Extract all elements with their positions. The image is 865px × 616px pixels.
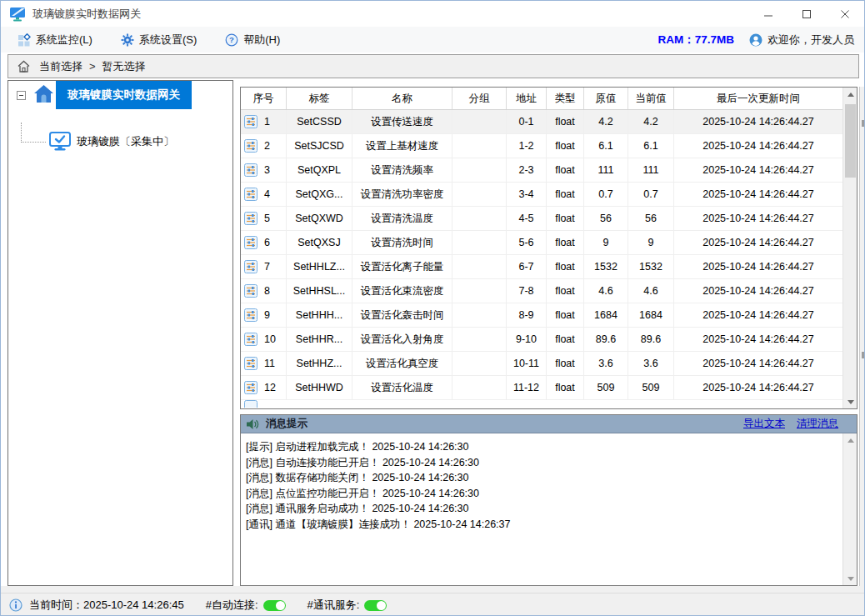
home-icon[interactable] [17,59,31,73]
cell-tag: SetHHR... [287,328,352,351]
table-row[interactable]: 6 SetQXSJ 设置清洗时间 5-6 float 9 9 2025-10-2… [241,231,842,255]
point-icon [244,115,258,128]
column-header[interactable]: 名称 [352,88,452,109]
cell-tag: SetQXSJ [287,231,352,254]
cell-address: 10-11 [507,352,547,375]
table-scrollbar[interactable] [842,88,857,408]
cell-update-time: 2025-10-24 14:26:44.27 [674,352,842,375]
breadcrumb: 当前选择 > 暂无选择 [8,54,859,78]
cell-current-value: 509 [628,376,674,399]
row-number: 5 [264,213,270,224]
cell-group [452,352,507,375]
breadcrumb-current: 暂无选择 [102,59,146,74]
cell-tag: SetQXG... [287,183,352,206]
tree-collapse-toggle[interactable] [17,91,26,100]
menu-system-settings[interactable]: 系统设置(S) [116,30,202,50]
scroll-down-icon[interactable] [843,572,858,585]
scrollbar-thumb[interactable] [845,104,856,178]
table-row[interactable]: 1 SetCSSD 设置传送速度 0-1 float 4.2 4.2 2025-… [241,110,842,134]
cell-current-value: 3.6 [628,352,674,375]
cell-original-value: 0.7 [584,183,628,206]
cell-update-time: 2025-10-24 14:26:44.27 [674,158,842,182]
close-icon [840,9,850,19]
table-row[interactable]: 12 SetHHWD 设置活化温度 11-12 float 509 509 20… [241,376,842,400]
scroll-down-icon[interactable] [843,395,858,408]
cell-current-value: 4.6 [628,279,674,303]
column-header[interactable]: 标签 [287,88,352,109]
cell-current-value: 9 [628,231,674,254]
cell-name: 设置活化束流密度 [352,279,452,303]
cell-group [452,158,507,182]
table-row[interactable]: 2 SetSJCSD 设置上基材速度 1-2 float 6.1 6.1 202… [241,134,842,158]
clear-messages-link[interactable]: 清理消息 [797,417,838,431]
cell-current-value: 56 [628,207,674,230]
cell-current-value: 0.7 [628,183,674,206]
menu-label: 系统监控(L) [36,33,92,48]
point-icon [244,308,258,322]
user-icon [749,33,762,47]
cell-address: 3-4 [507,183,547,206]
cell-original-value: 56 [584,207,628,230]
row-number: 2 [264,140,270,152]
gear-icon [121,33,134,47]
table-row[interactable]: 5 SetQXWD 设置清洗温度 4-5 float 56 56 2025-10… [241,207,842,231]
row-number: 11 [264,358,275,369]
close-button[interactable] [826,1,864,27]
maximize-icon [802,9,812,19]
cell-group [452,183,507,206]
menu-system-monitor[interactable]: 系统监控(L) [12,30,98,50]
table-row[interactable]: 11 SetHHZ... 设置活化真空度 10-11 float 3.6 3.6… [241,352,842,376]
cell-name: 设置活化离子能量 [352,255,452,278]
cell-type: float [547,376,584,399]
cell-name: 设置活化轰击时间 [352,303,452,327]
message-scrollbar[interactable] [842,433,857,585]
cell-name: 设置清洗频率 [352,158,452,182]
cell-address: 8-9 [507,303,547,327]
cell-update-time: 2025-10-24 14:26:44.27 [674,134,842,158]
message-panel: 消息提示 导出文本 清理消息 [提示] 启动进程加载完成！ 2025-10-24… [240,414,858,586]
column-header[interactable]: 类型 [547,88,584,109]
comm-service-toggle[interactable] [364,600,387,611]
right-edge-strip [859,87,865,586]
column-header[interactable]: 地址 [507,88,547,109]
message-line: [消息] 自动连接功能已开启！ 2025-10-24 14:26:30 [246,455,842,471]
monitor-grid-icon [18,33,31,47]
minimize-button[interactable] [749,1,788,27]
message-line: [通讯] 通道【玻璃镀膜】连接成功！ 2025-10-24 14:26:37 [246,517,842,533]
cell-update-time: 2025-10-24 14:26:44.27 [674,279,842,303]
table-row[interactable]: 10 SetHHR... 设置活化入射角度 9-10 float 89.6 89… [241,328,842,352]
app-window: 玻璃镀膜实时数据网关 系统监控(L) [0,0,865,616]
cell-type: float [547,158,584,182]
column-header[interactable]: 最后一次更新时间 [674,88,842,109]
auto-connect-toggle[interactable] [263,600,286,611]
column-header[interactable]: 当前值 [628,88,674,109]
menu-help[interactable]: ? 帮助(H) [220,30,285,50]
cell-type: float [547,328,584,351]
cell-name: 设置活化温度 [352,376,452,399]
maximize-button[interactable] [788,1,826,27]
table-row[interactable]: 7 SetHHLZ... 设置活化离子能量 6-7 float 1532 153… [241,255,842,279]
scroll-up-icon[interactable] [843,433,858,447]
column-header[interactable]: 序号 [241,88,287,109]
cell-group [452,134,507,158]
table-row[interactable]: 4 SetQXG... 设置清洗功率密度 3-4 float 0.7 0.7 2… [241,183,842,207]
tree-child-node[interactable]: 玻璃镀膜〔采集中〕 [77,134,174,149]
table-row[interactable]: 8 SetHHSL... 设置活化束流密度 7-8 float 4.6 4.6 … [241,279,842,303]
point-icon [244,236,258,249]
cell-type: float [547,352,584,375]
row-number: 8 [264,285,270,297]
comm-service-status: #通讯服务: [308,598,388,613]
table-row[interactable]: 9 SetHHH... 设置活化轰击时间 8-9 float 1684 1684… [241,303,842,328]
column-header[interactable]: 原值 [584,88,628,109]
cell-type: float [547,231,584,254]
table-row[interactable]: 3 SetQXPL 设置清洗频率 2-3 float 111 111 2025-… [241,158,842,183]
row-number: 6 [264,237,270,248]
cell-original-value: 89.6 [584,328,628,351]
column-header[interactable]: 分组 [452,88,507,109]
scroll-up-icon[interactable] [843,88,858,101]
message-list[interactable]: [提示] 启动进程加载完成！ 2025-10-24 14:26:30 [消息] … [241,433,842,585]
cell-original-value: 3.6 [584,352,628,375]
export-text-link[interactable]: 导出文本 [743,417,785,431]
point-icon [244,188,258,201]
tree-root-node[interactable]: 玻璃镀膜实时数据网关 [56,81,192,109]
